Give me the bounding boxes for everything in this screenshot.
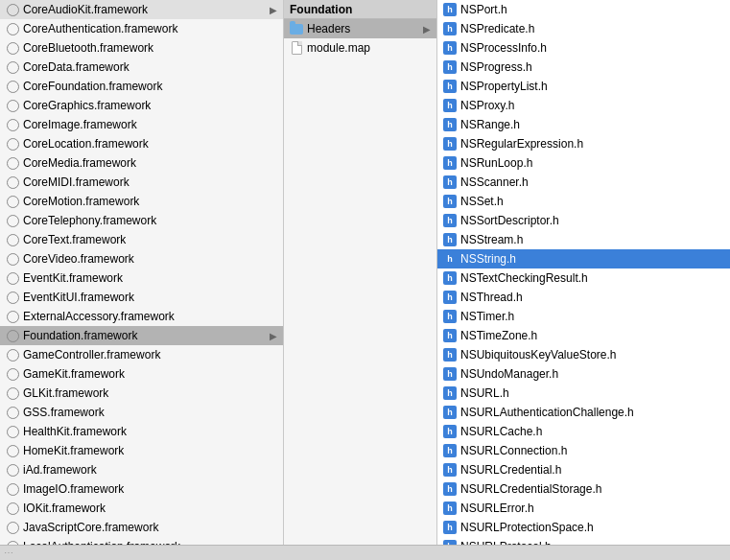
framework-icon	[6, 99, 19, 112]
header-file-label: NSThread.h	[460, 291, 724, 304]
framework-icon	[6, 175, 19, 189]
header-file-label: NSRange.h	[460, 118, 724, 131]
framework-item[interactable]: CoreAudioKit.framework▶	[0, 0, 283, 19]
header-file-item[interactable]: hNSTimer.h	[437, 307, 730, 326]
foundation-contents[interactable]: FoundationHeaders▶module.map	[284, 0, 437, 545]
header-file-label: NSString.h	[460, 252, 724, 266]
framework-item[interactable]: CoreGraphics.framework	[0, 96, 283, 115]
chevron-right-icon: ▶	[268, 331, 277, 341]
h-badge-icon: h	[443, 195, 457, 208]
header-file-item[interactable]: hNSSet.h	[437, 192, 730, 211]
header-file-item[interactable]: hNSTextCheckingResult.h	[437, 268, 730, 288]
framework-item[interactable]: CoreAuthentication.framework	[0, 19, 283, 38]
framework-item[interactable]: GSS.framework	[0, 403, 283, 422]
header-file-item[interactable]: hNSURLCredentialStorage.h	[437, 479, 730, 499]
header-file-item[interactable]: hNSProxy.h	[437, 96, 730, 115]
framework-item[interactable]: CoreImage.framework	[0, 115, 283, 134]
framework-icon	[6, 425, 19, 438]
header-file-label: NSPropertyList.h	[460, 80, 724, 93]
header-file-label: NSSet.h	[460, 195, 724, 208]
header-file-label: NSProxy.h	[460, 99, 724, 112]
framework-item[interactable]: GLKit.framework	[0, 384, 283, 403]
framework-item[interactable]: CoreBluetooth.framework	[0, 38, 283, 58]
framework-label: ExternalAccessory.framework	[23, 310, 268, 323]
file-item[interactable]: module.map	[284, 38, 436, 58]
folder-item[interactable]: Headers▶	[284, 19, 436, 38]
framework-item[interactable]: CoreLocation.framework	[0, 134, 283, 153]
header-file-item[interactable]: hNSSortDescriptor.h	[437, 211, 730, 230]
header-file-item[interactable]: hNSURLCache.h	[437, 422, 730, 441]
framework-label: CoreImage.framework	[23, 118, 268, 131]
header-file-item[interactable]: hNSURLCredential.h	[437, 460, 730, 479]
header-file-item[interactable]: hNSURL.h	[437, 384, 730, 403]
framework-item[interactable]: HomeKit.framework	[0, 441, 283, 460]
header-file-item[interactable]: hNSRunLoop.h	[437, 153, 730, 173]
header-file-label: NSURLError.h	[460, 502, 724, 515]
header-file-item[interactable]: hNSURLConnection.h	[437, 441, 730, 460]
header-file-item[interactable]: hNSRegularExpression.h	[437, 134, 730, 153]
h-badge-icon: h	[443, 367, 457, 381]
header-file-label: NSScanner.h	[460, 175, 724, 189]
main-container: CoreAudioKit.framework▶CoreAuthenticatio…	[0, 0, 730, 545]
framework-icon	[6, 214, 19, 227]
framework-item[interactable]: CoreText.framework	[0, 230, 283, 249]
header-file-item[interactable]: hNSURLProtocol.h	[437, 537, 730, 545]
framework-item[interactable]: IOKit.framework	[0, 499, 283, 518]
framework-item[interactable]: EventKitUI.framework	[0, 288, 283, 307]
framework-icon	[6, 329, 19, 342]
framework-item[interactable]: HealthKit.framework	[0, 422, 283, 441]
framework-item[interactable]: Foundation.framework▶	[0, 326, 283, 345]
header-file-item[interactable]: hNSURLAuthenticationChallenge.h	[437, 403, 730, 422]
framework-item[interactable]: JavaScriptCore.framework	[0, 518, 283, 537]
framework-item[interactable]: LocalAuthentication.framework	[0, 537, 283, 545]
header-file-item[interactable]: hNSProcessInfo.h	[437, 38, 730, 58]
framework-item[interactable]: GameKit.framework	[0, 364, 283, 384]
file-icon	[290, 41, 303, 55]
framework-item[interactable]: CoreMIDI.framework	[0, 173, 283, 192]
framework-label: HealthKit.framework	[23, 425, 268, 438]
framework-item[interactable]: ExternalAccessory.framework	[0, 307, 283, 326]
framework-icon	[6, 521, 19, 534]
framework-item[interactable]: CoreMotion.framework	[0, 192, 283, 211]
headers-list[interactable]: hNSPort.hhNSPredicate.hhNSProcessInfo.hh…	[437, 0, 730, 545]
framework-label: CoreMedia.framework	[23, 156, 268, 170]
framework-item[interactable]: CoreFoundation.framework	[0, 77, 283, 96]
header-file-item[interactable]: hNSRange.h	[437, 115, 730, 134]
header-file-item[interactable]: hNSTimeZone.h	[437, 326, 730, 345]
h-badge-icon: h	[443, 156, 457, 170]
h-badge-icon: h	[443, 80, 457, 93]
header-file-item[interactable]: hNSPort.h	[437, 0, 730, 19]
header-file-item[interactable]: hNSStream.h	[437, 230, 730, 249]
framework-list[interactable]: CoreAudioKit.framework▶CoreAuthenticatio…	[0, 0, 284, 545]
framework-item[interactable]: EventKit.framework	[0, 268, 283, 288]
framework-icon	[6, 41, 19, 55]
framework-label: ImageIO.framework	[23, 482, 268, 496]
h-badge-icon: h	[443, 3, 457, 16]
item-label: module.map	[307, 41, 421, 55]
h-badge-icon: h	[443, 444, 457, 457]
header-file-item[interactable]: hNSPropertyList.h	[437, 77, 730, 96]
framework-item[interactable]: CoreData.framework	[0, 58, 283, 77]
framework-item[interactable]: CoreVideo.framework	[0, 249, 283, 268]
header-file-item[interactable]: hNSUndoManager.h	[437, 364, 730, 384]
resize-handle[interactable]: ⋯	[4, 548, 15, 558]
header-file-item[interactable]: hNSPredicate.h	[437, 19, 730, 38]
header-file-item[interactable]: hNSProgress.h	[437, 58, 730, 77]
framework-item[interactable]: CoreMedia.framework	[0, 153, 283, 173]
framework-item[interactable]: ImageIO.framework	[0, 479, 283, 499]
header-file-label: NSUbiquitousKeyValueStore.h	[460, 348, 724, 362]
framework-label: CoreVideo.framework	[23, 252, 268, 266]
framework-item[interactable]: CoreTelephony.framework	[0, 211, 283, 230]
header-file-item[interactable]: hNSURLError.h	[437, 499, 730, 518]
header-file-item[interactable]: hNSString.h	[437, 249, 730, 268]
header-file-item[interactable]: hNSThread.h	[437, 288, 730, 307]
header-file-item[interactable]: hNSScanner.h	[437, 173, 730, 192]
h-badge-icon: h	[443, 118, 457, 131]
h-badge-icon: h	[443, 502, 457, 515]
header-file-item[interactable]: hNSURLProtectionSpace.h	[437, 518, 730, 537]
framework-item[interactable]: iAd.framework	[0, 460, 283, 479]
framework-item[interactable]: GameController.framework	[0, 345, 283, 364]
framework-icon	[6, 233, 19, 246]
header-file-item[interactable]: hNSUbiquitousKeyValueStore.h	[437, 345, 730, 364]
framework-label: GLKit.framework	[23, 386, 268, 400]
